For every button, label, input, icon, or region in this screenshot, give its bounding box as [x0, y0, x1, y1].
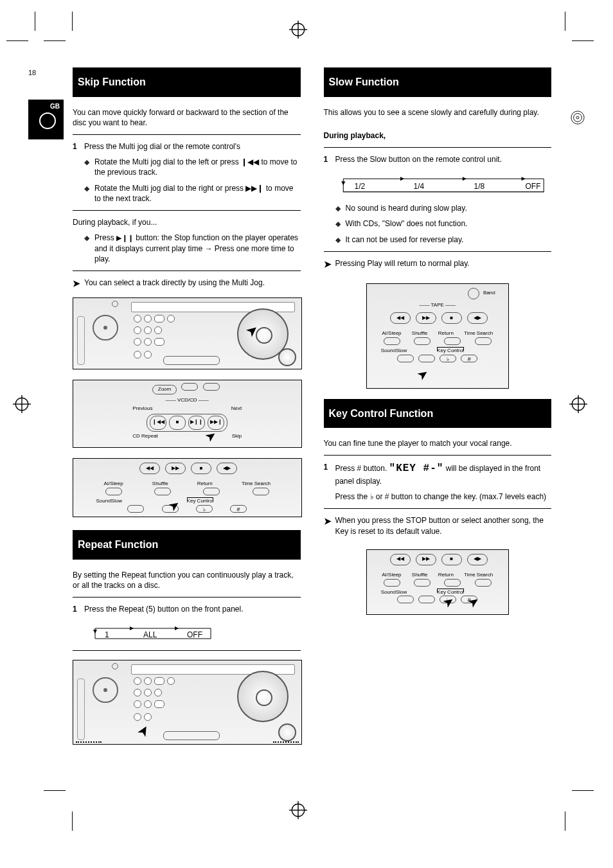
slow-note-3: ◆It can not be used for reverse play.	[335, 235, 552, 245]
svg-marker-19	[462, 177, 466, 181]
front-panel-illustration-2: ➤	[73, 660, 302, 745]
skip-section-title: Skip Function	[73, 67, 301, 97]
svg-marker-20	[521, 177, 525, 181]
skip-step-1: 1 Press the Multi jog dial or the remote…	[73, 141, 301, 152]
svg-point-14	[576, 116, 579, 119]
slow-step-1: 1 Press the Slow button on the remote co…	[324, 154, 552, 164]
play-pause-glyph: Press ▶❙❙ button:	[94, 233, 159, 242]
ff-button: ▶▶	[165, 463, 186, 474]
skip-intro: You can move quickly forward or backward…	[73, 107, 301, 128]
svg-marker-21	[341, 181, 345, 185]
sharp-button: #	[230, 505, 247, 513]
repeat-step-1: 1 Press the Repeat (5) button on the fro…	[73, 604, 301, 614]
keycontrol-section-title: Key Control Function	[324, 399, 552, 429]
remote-slow-illustration: Band —— TAPE —— ◀◀ ▶▶ ■ ◀▶ AI/SleepShuff…	[366, 283, 509, 389]
skip-next-bullet: ◆Rotate the Multi jog dial to the right …	[84, 183, 301, 204]
skip-multijog-note: ➤ You can select a track directly by usi…	[73, 278, 301, 290]
slow-flow-diagram: 1/2 1/4 1/8 OFF	[335, 171, 552, 198]
page-number: 18	[28, 68, 36, 78]
slow-note-2: ◆With CDs, "Slow" does not function.	[335, 218, 552, 229]
keycontrol-step-1b: Press the ♭ or # button to change the ke…	[335, 492, 552, 502]
skip-note-item: ◆ Press ▶❙❙ button: the Stop function on…	[84, 233, 301, 264]
tape-play-button: ◀▶	[217, 463, 237, 474]
stop-button: ■	[191, 463, 211, 474]
registration-mark-icon	[289, 21, 307, 39]
front-panel-illustration: ➤	[73, 297, 302, 369]
display-readout: "KEY #-"	[389, 463, 444, 474]
svg-marker-16	[175, 626, 179, 630]
svg-marker-15	[130, 626, 134, 630]
pointer-arrow-icon: ➤	[414, 364, 432, 384]
svg-point-13	[574, 114, 582, 122]
keycontrol-step-1: 1 Press # button. "KEY #-" will be displ…	[324, 462, 552, 486]
registration-mark-icon	[569, 395, 587, 413]
rew-button: ◀◀	[139, 463, 160, 474]
slow-note-tail: ➤ Pressing Play will return to normal pl…	[324, 258, 552, 270]
flat-button: ♭	[196, 505, 213, 513]
disc-icon	[571, 111, 585, 125]
registration-mark-icon	[289, 801, 307, 819]
slow-section-title: Slow Function	[324, 67, 552, 97]
svg-marker-18	[400, 177, 404, 181]
skip-note-intro: During playback, if you...	[73, 217, 301, 227]
skip-prev-bullet: ◆Rotate the Multi jog dial to the left o…	[84, 157, 301, 177]
stop-button: ■	[169, 416, 186, 430]
slow-note-1: ◆No sound is heard during slow play.	[335, 203, 552, 213]
svg-marker-17	[93, 630, 97, 633]
play-pause-button: ▶❙❙	[188, 416, 205, 430]
remote-lower-illustration: ◀◀ ▶▶ ■ ◀▶ AI/SleepShuffleReturnTime Sea…	[73, 458, 302, 517]
slow-intro-bold: During playback,	[324, 130, 552, 141]
remote-keycontrol-illustration: ◀◀ ▶▶ ■ ◀▶ AI/SleepShuffleReturnTime Sea…	[366, 549, 509, 615]
slow-intro: This allows you to see a scene slowly an…	[324, 107, 552, 118]
repeat-flow-diagram: 1 ALL OFF	[85, 621, 220, 644]
repeat-intro: By setting the Repeat function you can c…	[73, 570, 301, 590]
zoom-button-label: Zoom	[152, 385, 177, 394]
language-badge: GB	[28, 100, 64, 139]
repeat-section-title: Repeat Function	[73, 530, 301, 560]
svg-point-12	[571, 111, 584, 124]
remote-transport-illustration: Zoom —— VCD/CD —— PreviousNext ❙◀◀ ■ ▶❙❙…	[73, 380, 302, 448]
keycontrol-note: ➤ When you press the STOP button or sele…	[324, 515, 552, 536]
keycontrol-intro: You can fine tune the player to match yo…	[324, 438, 552, 448]
prev-track-button: ❙◀◀	[150, 416, 166, 430]
registration-mark-icon	[13, 395, 31, 413]
